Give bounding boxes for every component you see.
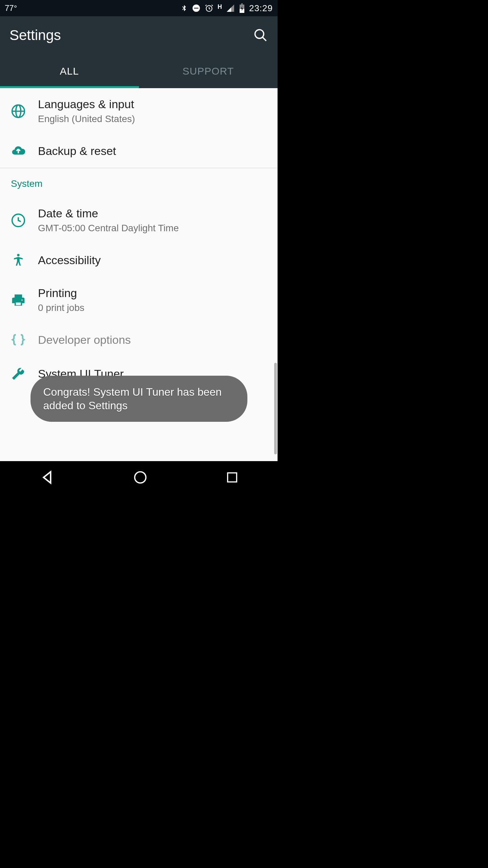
- item-accessibility[interactable]: Accessibility: [0, 243, 278, 277]
- page-title: Settings: [9, 27, 61, 43]
- item-printing[interactable]: Printing 0 print jobs: [0, 277, 278, 323]
- svg-line-7: [263, 37, 266, 41]
- item-subtitle: 0 print jobs: [38, 302, 267, 313]
- item-developer-options[interactable]: Developer options: [0, 323, 278, 357]
- item-backup-reset[interactable]: Backup & reset: [0, 134, 278, 168]
- svg-point-15: [135, 472, 146, 483]
- item-title: Languages & input: [38, 98, 267, 111]
- back-button[interactable]: [39, 469, 56, 486]
- status-icons: H 23:29: [180, 3, 273, 14]
- item-title: Backup & reset: [38, 144, 267, 158]
- recent-apps-button[interactable]: [225, 471, 239, 484]
- network-type-icon: H: [218, 3, 222, 11]
- tabs: ALL SUPPORT: [0, 54, 278, 88]
- item-title: Accessibility: [38, 254, 267, 267]
- app-header: Settings ALL SUPPORT: [0, 16, 278, 88]
- toast: Congrats! System UI Tuner has been added…: [30, 376, 247, 422]
- accessibility-icon: [11, 253, 38, 268]
- tab-all[interactable]: ALL: [0, 54, 139, 88]
- clock-icon: [11, 213, 38, 228]
- scrollbar[interactable]: [274, 363, 277, 454]
- status-temperature: 77°: [5, 3, 17, 13]
- item-languages-input[interactable]: Languages & input English (United States…: [0, 88, 278, 134]
- search-button[interactable]: [253, 28, 268, 43]
- status-bar: 77° H 23:29: [0, 0, 278, 16]
- item-subtitle: English (United States): [38, 114, 267, 124]
- item-title: Printing: [38, 287, 267, 300]
- status-clock: 23:29: [249, 3, 273, 14]
- braces-icon: [11, 332, 38, 347]
- section-system: System: [0, 168, 278, 197]
- item-subtitle: GMT-05:00 Central Daylight Time: [38, 223, 267, 234]
- battery-charging-icon: [239, 3, 245, 13]
- wrench-icon: [11, 366, 38, 381]
- home-button[interactable]: [133, 470, 148, 485]
- printer-icon: [11, 293, 38, 308]
- svg-point-14: [21, 299, 23, 301]
- svg-rect-5: [241, 3, 243, 5]
- alarm-icon: [205, 4, 214, 13]
- svg-rect-13: [16, 302, 21, 305]
- bluetooth-icon: [180, 3, 188, 13]
- svg-point-6: [255, 30, 264, 39]
- svg-rect-16: [227, 473, 237, 482]
- signal-icon: [226, 4, 235, 13]
- item-title: Date & time: [38, 207, 267, 220]
- cloud-upload-icon: [11, 143, 38, 158]
- item-date-time[interactable]: Date & time GMT-05:00 Central Daylight T…: [0, 197, 278, 243]
- dnd-icon: [192, 4, 201, 13]
- screen: 77° H 23:29 Settings: [0, 0, 278, 494]
- tab-support[interactable]: SUPPORT: [139, 54, 278, 88]
- svg-point-12: [17, 254, 19, 256]
- item-title: Developer options: [38, 333, 267, 347]
- globe-icon: [11, 104, 38, 119]
- navigation-bar: [0, 461, 278, 494]
- svg-rect-1: [194, 8, 198, 8]
